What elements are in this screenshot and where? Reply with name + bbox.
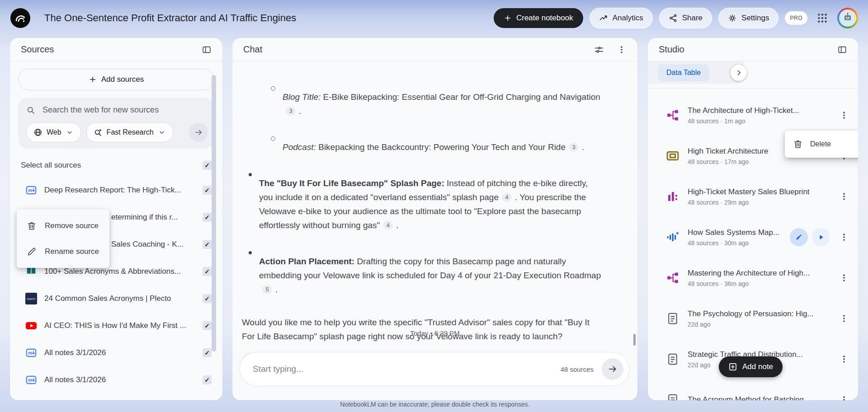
collapse-panel-icon[interactable]	[202, 45, 212, 55]
source-row[interactable]: AI CEO: THIS is How I'd Make My First ..…	[10, 312, 222, 339]
studio-item[interactable]: The Architecture of High-Ticket...48 sou…	[648, 95, 858, 136]
add-sources-button[interactable]: Add sources	[18, 69, 214, 90]
citation-chip[interactable]: 4	[383, 221, 393, 230]
notebooklm-logo[interactable]	[10, 8, 31, 28]
chat-scrollbar[interactable]	[633, 334, 636, 346]
source-checkbox[interactable]	[203, 321, 212, 330]
avatar-image	[839, 9, 856, 27]
settings-button[interactable]: Settings	[718, 8, 778, 28]
search-icon	[26, 106, 35, 115]
studio-panel: Studio Data Table The Architecture of Hi…	[648, 38, 858, 400]
chat-input-bar: 48 sources	[239, 352, 630, 386]
chat-panel-title: Chat	[243, 44, 262, 55]
sources-panel-title: Sources	[21, 44, 54, 55]
search-input[interactable]	[42, 105, 208, 115]
add-note-button[interactable]: Add note	[719, 356, 783, 377]
chat-input[interactable]	[252, 364, 561, 375]
rename-source-menu-item[interactable]: Rename source	[17, 239, 109, 264]
notebooklm-app: The One-Sentence Profit Extractor and AI…	[0, 0, 868, 412]
google-apps-grid-icon[interactable]	[814, 12, 831, 24]
notebooklm-note-icon	[25, 184, 37, 196]
avatar[interactable]	[837, 8, 858, 28]
document-icon	[666, 312, 679, 325]
studio-item[interactable]: The Acronym Method for Batching...	[648, 379, 858, 400]
source-checkbox[interactable]	[203, 375, 212, 384]
search-submit-button[interactable]	[189, 123, 208, 142]
more-options-icon[interactable]	[617, 45, 627, 55]
chat-sub-bullet: Podcast: Bikepacking the Backcountry: Po…	[242, 131, 606, 163]
play-audio-button[interactable]	[812, 228, 830, 246]
hollow-bullet-icon	[271, 86, 275, 91]
research-mode-dropdown[interactable]: Fast Research	[86, 122, 173, 142]
plus-icon	[89, 75, 97, 84]
bullet-dot-icon	[249, 173, 252, 176]
web-filter-dropdown[interactable]: Web	[26, 122, 81, 142]
tune-icon[interactable]	[594, 45, 604, 55]
sources-scrollbar[interactable]	[212, 75, 216, 351]
share-button[interactable]: Share	[659, 8, 712, 28]
studio-panel-title: Studio	[659, 44, 684, 55]
analytics-button[interactable]: Analytics	[590, 8, 653, 28]
audio-waveform-icon	[666, 230, 679, 244]
delete-menu-item[interactable]: Delete	[785, 131, 858, 158]
create-notebook-button[interactable]: Create notebook	[494, 8, 583, 28]
source-checkbox[interactable]	[203, 186, 212, 195]
source-context-menu: Remove source Rename source	[17, 209, 109, 268]
studio-item[interactable]: How Sales Systems Map...48 sources · 30m…	[648, 217, 858, 258]
data-table-chip[interactable]: Data Table	[658, 64, 709, 81]
studio-item[interactable]: High-Ticket Mastery Sales Blueprint48 so…	[648, 176, 858, 217]
youtube-icon	[25, 320, 37, 332]
share-icon	[669, 14, 678, 23]
citation-chip[interactable]: 3	[286, 107, 296, 116]
notebook-title[interactable]: The One-Sentence Profit Extractor and AI…	[44, 12, 296, 24]
globe-icon	[33, 128, 42, 137]
pro-badge: PRO	[785, 11, 807, 25]
item-more-options-icon[interactable]	[839, 395, 849, 400]
source-checkbox[interactable]	[203, 267, 212, 276]
source-row[interactable]: All notes 3/1/2026	[10, 366, 222, 393]
svg-text:PLECTO: PLECTO	[27, 298, 36, 300]
gear-icon	[728, 14, 737, 23]
send-button[interactable]	[602, 358, 623, 380]
select-all-label: Select all sources	[21, 161, 81, 170]
item-more-options-icon[interactable]	[839, 232, 849, 242]
document-icon	[666, 393, 679, 400]
citation-chip[interactable]: 5	[262, 285, 272, 294]
expand-panel-icon[interactable]	[837, 45, 847, 55]
item-more-options-icon[interactable]	[839, 110, 849, 120]
source-checkbox[interactable]	[203, 348, 212, 357]
item-more-options-icon[interactable]	[839, 354, 849, 364]
item-more-options-icon[interactable]	[839, 314, 849, 323]
studio-chip-strip: Data Table	[648, 61, 744, 84]
source-checkbox[interactable]	[203, 294, 212, 303]
trash-icon	[27, 221, 37, 231]
chat-sub-bullet: Blog Title: E-Bike Bikepacking: Essentia…	[242, 81, 606, 126]
item-more-options-icon[interactable]	[839, 192, 849, 201]
citation-chip[interactable]: 4	[502, 193, 512, 202]
spark-search-icon	[94, 128, 103, 137]
source-row[interactable]: Deep Research Report: The High-Tick...	[10, 177, 222, 204]
report-bars-icon	[666, 190, 679, 203]
chip-scroll-right-button[interactable]	[731, 65, 747, 81]
plus-icon	[504, 14, 512, 22]
chat-message-area: Blog Title: E-Bike Bikepacking: Essentia…	[232, 61, 637, 372]
source-checkbox[interactable]	[203, 240, 212, 249]
bullet-dot-icon	[249, 251, 252, 254]
document-icon	[666, 352, 679, 366]
mindmap-icon	[666, 271, 679, 285]
disclaimer-text: NotebookLM can be inaccurate; please dou…	[232, 401, 637, 408]
hollow-bullet-icon	[271, 136, 275, 141]
source-row[interactable]: All notes 3/1/2026	[10, 339, 222, 366]
notebooklm-note-icon	[25, 374, 37, 386]
mindmap-icon	[666, 108, 679, 122]
studio-item[interactable]: The Psychology of Persuasion: Hig...22d …	[648, 298, 858, 339]
chat-timestamp: Today • 6:39 PM	[232, 329, 637, 337]
select-all-checkbox[interactable]	[203, 161, 212, 170]
source-row[interactable]: PLECTO 24 Common Sales Acronyms | Plecto	[10, 285, 222, 312]
citation-chip[interactable]: 3	[569, 143, 579, 152]
item-more-options-icon[interactable]	[839, 273, 849, 283]
studio-item[interactable]: Mastering the Architecture of High...48 …	[648, 258, 858, 298]
remove-source-menu-item[interactable]: Remove source	[17, 213, 109, 239]
source-checkbox[interactable]	[203, 213, 212, 222]
interactive-mode-button[interactable]	[790, 228, 808, 246]
